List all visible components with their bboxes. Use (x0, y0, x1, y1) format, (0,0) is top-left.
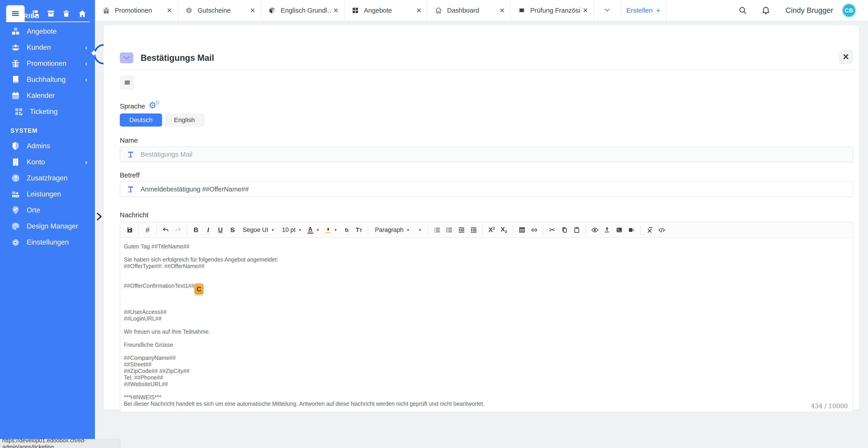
sidebar-item-kunden[interactable]: Kunden› (0, 39, 95, 55)
sidebar-item-buchhaltung[interactable]: Buchhaltung› (0, 71, 95, 88)
outdent-icon[interactable] (455, 224, 467, 236)
code-view-icon[interactable] (655, 224, 668, 236)
link-icon[interactable] (528, 224, 540, 236)
sidebar-item-label: Kalender (27, 92, 87, 100)
sidebar-item-orte[interactable]: Orte (0, 202, 95, 218)
toolbar-separator (187, 225, 187, 235)
caret-down-icon: ▾ (317, 228, 319, 232)
tab-gutscheine[interactable]: $Gutscheine× (178, 0, 261, 21)
home-tab-icon (434, 6, 442, 14)
editor-toolbar: #BIUSSegoe UI▾10 pt▾A▾▾ttTTParagraph▾▾12… (120, 222, 853, 238)
copy-icon[interactable] (558, 224, 570, 236)
paste-icon[interactable] (570, 224, 583, 236)
preview-icon[interactable] (589, 224, 601, 236)
table-icon[interactable] (516, 224, 528, 236)
lowercase-icon[interactable]: tt (341, 224, 353, 236)
tab-close-icon[interactable]: × (580, 6, 588, 15)
subject-label: Betreff (120, 171, 853, 179)
user-name[interactable]: Cindy Brugger (785, 6, 833, 15)
user-avatar[interactable]: CB (842, 3, 856, 18)
tab-label: Dashboard (447, 7, 497, 14)
tab-overflow-button[interactable] (594, 0, 621, 21)
cut-icon[interactable]: ✂ (546, 224, 558, 236)
sidebar-item-design-manager[interactable]: Design Manager (0, 218, 95, 234)
save-icon[interactable] (123, 224, 135, 236)
trash-icon[interactable] (62, 9, 71, 18)
bold-icon[interactable]: B (190, 224, 202, 236)
sidebar-expand-chevron-icon[interactable] (95, 211, 103, 223)
sidebar-item-kalender[interactable]: Kalender (0, 88, 95, 103)
rich-text-editor: #BIUSSegoe UI▾10 pt▾A▾▾ttTTParagraph▾▾12… (120, 222, 853, 412)
menu-hamburger-button[interactable] (6, 5, 25, 22)
notifications-bell-icon[interactable] (761, 6, 771, 15)
ordered-list-icon[interactable]: 123 (431, 224, 443, 236)
italic-icon[interactable]: I (202, 224, 214, 236)
strikethrough-icon[interactable]: S (226, 224, 239, 236)
tab-close-icon[interactable]: × (248, 6, 255, 15)
toolbar-separator (543, 225, 544, 235)
name-input[interactable]: Bestätigungs Mail (120, 147, 853, 162)
tab-pr-fung-franz-si-[interactable]: Prüfung Französi…× (511, 0, 594, 21)
highlight-color-dropdown[interactable]: ▾ (323, 224, 341, 236)
sidebar-item-angebote[interactable]: Angebote (0, 23, 95, 39)
caret-down-icon: ▾ (407, 228, 409, 232)
undo-icon[interactable] (160, 224, 172, 236)
font-color-dropdown[interactable]: A▾ (305, 224, 323, 236)
tab-close-icon[interactable]: × (164, 6, 172, 15)
align-dropdown[interactable]: ▾ (413, 224, 425, 236)
tab-dashboard[interactable]: Dashboard× (428, 0, 511, 21)
sidebar-item-leistungen[interactable]: Leistungen (0, 186, 95, 202)
tab-angebote[interactable]: Angebote× (344, 0, 428, 21)
panel-header: Bestätigungs Mail (120, 51, 853, 65)
video-icon[interactable] (625, 224, 638, 236)
create-tab-button[interactable]: Erstellen + (621, 0, 666, 21)
search-icon[interactable] (738, 6, 747, 15)
language-settings-gears-icon[interactable]: ⚙⚙ (149, 102, 160, 111)
sidebar-item-admins[interactable]: Admins (0, 138, 95, 154)
bullet-list-icon[interactable] (443, 224, 455, 236)
tab-close-icon[interactable]: × (414, 6, 421, 15)
tab-close-icon[interactable]: × (331, 6, 338, 15)
home-icon[interactable] (78, 9, 87, 18)
language-option-deutsch[interactable]: Deutsch (120, 114, 162, 127)
svg-text:?: ? (14, 175, 17, 181)
archive-box-icon[interactable] (46, 9, 55, 18)
gift-tab-icon (102, 6, 110, 14)
merge-tag-icon[interactable]: # (142, 224, 154, 236)
panel-menu-button[interactable] (120, 75, 135, 90)
editor-content[interactable]: CGuten Tag ##TitleName## Sie haben sich … (120, 238, 853, 407)
language-option-english[interactable]: English (164, 114, 205, 127)
sidebar-item-ticketing[interactable]: Ticketing (0, 103, 95, 120)
superscript-icon[interactable]: X2 (486, 224, 498, 236)
sitemap-icon[interactable] (31, 9, 40, 18)
paragraph-dropdown[interactable]: Paragraph▾ (371, 224, 413, 236)
tab-promotionen[interactable]: Promotionen× (95, 0, 178, 21)
uppercase-icon[interactable]: TT (353, 224, 365, 236)
sidebar-item-promotionen[interactable]: Promotionen› (0, 55, 95, 71)
topbar-right: Cindy Brugger CB (724, 0, 868, 21)
language-toggle: DeutschEnglish (120, 114, 853, 127)
sidebar-item-einstellungen[interactable]: Einstellungen (0, 234, 95, 250)
upload-icon[interactable] (601, 224, 613, 236)
confirmation-mail-panel: Bestätigungs Mail ✕ Sprache ⚙⚙ DeutschEn… (103, 25, 859, 410)
redo-icon[interactable] (172, 224, 184, 236)
clear-format-icon[interactable] (643, 224, 655, 236)
conveyor-icon (10, 189, 21, 199)
image-icon[interactable] (613, 224, 625, 236)
subject-input[interactable]: Anmeldebestätigung ##OfferName## (120, 181, 853, 197)
underline-icon[interactable]: U (214, 224, 226, 236)
status-url-bar: https://develop01.edoobox.ch/ed-admin/ap… (0, 439, 120, 448)
svg-text:3: 3 (434, 230, 436, 233)
indent-icon[interactable] (467, 224, 480, 236)
subscript-icon[interactable]: X2 (498, 224, 510, 236)
sidebar-item-konto[interactable]: Konto› (0, 154, 95, 170)
font-size-dropdown[interactable]: 10 pt▾ (278, 224, 305, 236)
top-tab-bar: Promotionen×$Gutscheine×Englisch Grundl…… (95, 0, 868, 21)
create-label: Erstellen (626, 6, 653, 14)
close-panel-button[interactable]: ✕ (839, 50, 853, 64)
font-family-dropdown[interactable]: Segoe UI▾ (239, 224, 278, 236)
sidebar-item-zusatzfragen[interactable]: ?Zusatzfragen (0, 170, 95, 186)
tab-close-icon[interactable]: × (497, 6, 504, 15)
tab-englisch-grundl-[interactable]: Englisch Grundl…× (261, 0, 344, 21)
qr-code-icon (13, 106, 24, 117)
